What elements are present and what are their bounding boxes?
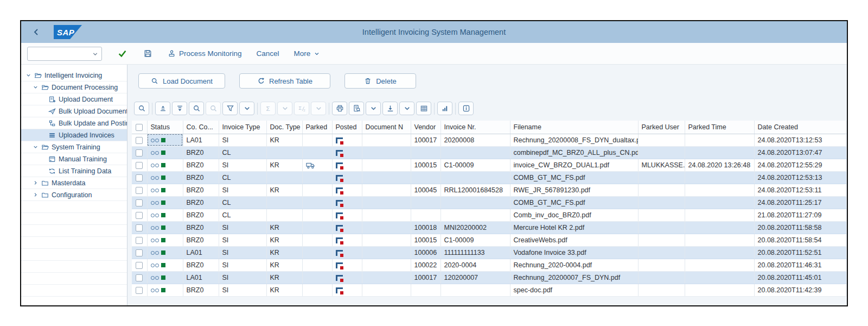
table-row[interactable]: BRZ0CLCOMB_GT_MC_FS.pdf24.08.2020T11:25:… [132, 196, 847, 209]
sidebar-item-bulk-upload-document[interactable]: Bulk Upload Document [21, 105, 127, 117]
table-row[interactable]: BRZ0SIKR1000222020-0004Rechnung_2020-000… [132, 259, 847, 271]
sidebar-item-document-processing[interactable]: Document Processing [21, 82, 127, 93]
column-header-vendor[interactable]: Vendor [411, 121, 441, 134]
sidebar-item-system-training[interactable]: System Training [21, 141, 127, 153]
row-checkbox[interactable] [136, 249, 143, 256]
filter-menu-button[interactable] [239, 102, 254, 115]
cell-date_created: 24.08.2020T13:12:53 [754, 134, 847, 146]
save-button[interactable] [142, 48, 153, 59]
row-checkbox[interactable] [136, 162, 143, 169]
row-checkbox[interactable] [136, 262, 143, 269]
cell-parked_time [685, 246, 754, 259]
sidebar-item-intelligent-invoicing[interactable]: Intelligent Invoicing [21, 70, 127, 82]
column-header-posted[interactable]: Posted [332, 121, 362, 134]
sidebar-item-manual-training[interactable]: Manual Training [21, 153, 127, 165]
export-button[interactable] [382, 102, 398, 115]
table-settings-button[interactable] [416, 102, 431, 115]
table-row[interactable]: LA01SIKR10001720200008Rechnung_20200008_… [132, 134, 847, 146]
chevron-down-icon[interactable] [33, 84, 41, 91]
table-row[interactable]: BRZ0SIKRspec-doc.pdf20.08.2020T11:42:39 [132, 284, 847, 296]
sidebar-item-masterdata[interactable]: Masterdata [21, 177, 127, 189]
table-row[interactable]: BRZ0SIKR100015C1-00009CreativeWebs.pdf20… [132, 234, 847, 246]
navigation-tree: Intelligent InvoicingDocument Processing… [21, 65, 127, 305]
delete-button[interactable]: Delete [344, 73, 416, 89]
column-header-document-n[interactable]: Document N [362, 121, 411, 134]
chart-button[interactable] [437, 102, 452, 115]
process-monitoring-label: Process Monitoring [179, 49, 242, 58]
sidebar-item-uploaded-invoices[interactable]: Uploaded Invoices [21, 129, 127, 141]
sidebar-item-upload-document[interactable]: Upload Document [21, 93, 127, 105]
row-checkbox[interactable] [136, 287, 143, 294]
row-checkbox[interactable] [136, 174, 143, 181]
row-checkbox[interactable] [136, 224, 143, 231]
sidebar-item-configuration[interactable]: Configuration [21, 189, 127, 201]
table-row[interactable]: LA01SIKR100006111111111133Vodafone Invoi… [132, 246, 847, 259]
posted-cell [332, 209, 362, 221]
row-checkbox[interactable] [136, 149, 143, 156]
back-button[interactable] [30, 26, 43, 39]
chevron-down-icon[interactable] [33, 143, 41, 151]
cell-invoice_nr [441, 146, 510, 159]
table-row[interactable]: LA01SIKR100017120200007Rechnung_20200007… [132, 271, 847, 284]
row-checkbox[interactable] [136, 237, 143, 244]
table-row[interactable]: BRZ0SIKR100045RRL120001684528RWE_JR_5678… [132, 184, 847, 196]
column-header-parked-time[interactable]: Parked Time [685, 121, 754, 134]
row-checkbox[interactable] [136, 274, 143, 281]
print-button[interactable] [332, 102, 347, 115]
command-combobox[interactable] [27, 47, 102, 61]
row-checkbox[interactable] [136, 137, 143, 144]
table-row[interactable]: BRZ0SIKR100018MNI20200002Mercure Hotel K… [132, 221, 847, 234]
details-button[interactable] [458, 102, 474, 115]
zoom-button[interactable] [134, 102, 149, 115]
views-menu-button[interactable] [366, 102, 381, 115]
column-header-invoice-nr[interactable]: Invoice Nr. [441, 121, 510, 134]
cell-parked_user [638, 234, 685, 246]
views-button[interactable] [349, 102, 364, 115]
action-bar: Process Monitoring Cancel More [21, 43, 847, 65]
sort-descending-button[interactable] [172, 102, 187, 115]
sidebar-item-bulk-update-and-postin[interactable]: Bulk Update and Postin [21, 117, 127, 129]
column-header-doc-type[interactable]: Doc. Type [266, 121, 302, 134]
confirm-button[interactable] [117, 48, 127, 59]
column-header-filename[interactable]: Filename [510, 121, 638, 134]
magnifier-icon [151, 77, 158, 85]
row-checkbox[interactable] [136, 187, 143, 194]
load-document-button[interactable]: Load Document [138, 73, 225, 89]
select-all-checkbox[interactable] [136, 124, 143, 131]
cancel-button[interactable]: Cancel [257, 49, 279, 58]
cell-date_created: 24.08.2020T12:55:29 [754, 159, 847, 171]
chevron-right-icon[interactable] [33, 179, 41, 187]
sidebar-item-list-training-data[interactable]: List Training Data [21, 165, 127, 177]
column-header-status[interactable]: Status [147, 121, 183, 134]
column-header-parked-user[interactable]: Parked User [638, 121, 685, 134]
column-header-parked[interactable]: Parked [302, 121, 332, 134]
table-row[interactable]: BRZ0CLComb_inv_doc_BRZ0.pdf21.08.2020T11… [132, 209, 847, 221]
cell-doc_type: KR [266, 159, 302, 171]
process-monitoring-button[interactable]: Process Monitoring [168, 49, 242, 58]
posted-cell [332, 234, 362, 246]
export-menu-button[interactable] [399, 102, 414, 115]
content-area: Intelligent InvoicingDocument Processing… [21, 65, 847, 305]
status-cell [147, 234, 183, 246]
sum-icon [264, 104, 272, 112]
tree-empty-row [21, 213, 127, 225]
table-row[interactable]: BRZ0CLCOMB_GT_MC_FS.pdf24.08.2020T12:53:… [132, 171, 847, 184]
refresh-table-button[interactable]: Refresh Table [239, 73, 330, 89]
cell-document_n [362, 146, 411, 159]
sap-logo-text: SAP [57, 28, 74, 37]
table-row[interactable]: BRZ0CLcombinepdf_MC_BRZ0_ALL_plus_CN.pdf… [132, 146, 847, 159]
column-header-invoice-type[interactable]: Invoice Type [219, 121, 266, 134]
chevron-down-icon[interactable] [25, 72, 34, 79]
sort-ascending-button[interactable] [155, 102, 170, 115]
more-button[interactable]: More [294, 49, 321, 58]
filter-button[interactable] [222, 102, 238, 115]
posted-cell [332, 259, 362, 271]
table-row[interactable]: BRZ0SIKR100015C1-00009invoice_CW_BRZO_DU… [132, 159, 847, 171]
column-header-co-co[interactable]: Co. Co... [183, 121, 219, 134]
truck-icon [306, 162, 315, 169]
column-header-date-created[interactable]: Date Created [754, 121, 847, 134]
row-checkbox[interactable] [136, 199, 143, 206]
find-button[interactable] [189, 102, 204, 115]
chevron-right-icon[interactable] [33, 191, 41, 199]
row-checkbox[interactable] [136, 212, 143, 219]
